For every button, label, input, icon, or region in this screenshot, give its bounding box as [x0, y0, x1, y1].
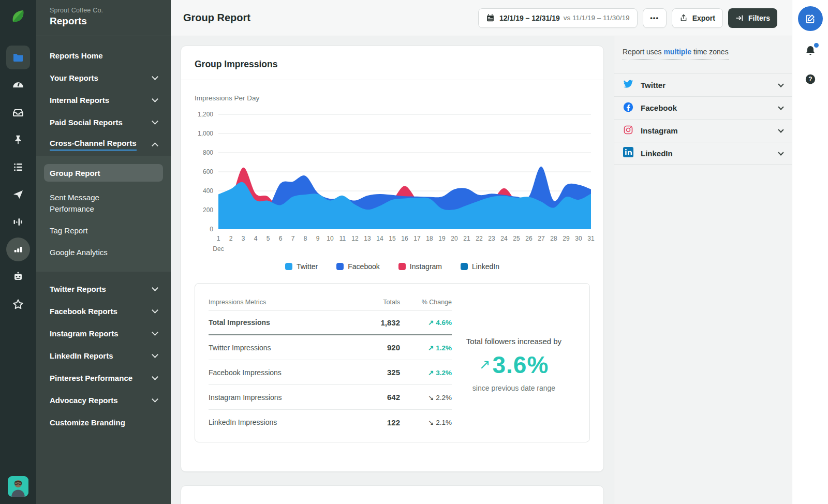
- sidebar-item-your-reports[interactable]: Your Reports: [36, 67, 171, 89]
- help-icon[interactable]: ?: [805, 73, 816, 87]
- dashboard-gauge-icon[interactable]: [6, 73, 30, 97]
- table-row-total-impressions: Total Impressions 1,832 ↗ 4.6%: [209, 310, 452, 335]
- svg-text:29: 29: [563, 235, 570, 242]
- sidebar-item-advocacy-reports[interactable]: Advocacy Reports: [36, 389, 171, 411]
- svg-text:27: 27: [538, 235, 545, 242]
- sidebar-item-customize-branding[interactable]: Customize Branding: [36, 411, 171, 434]
- network-reports-list: Twitter Reports Facebook Reports Instagr…: [36, 272, 171, 434]
- impressions-metrics-box: Impressions Metrics Totals % Change Tota…: [195, 283, 590, 442]
- network-filter-panel: Report uses multiple time zones Twitter …: [614, 36, 792, 504]
- svg-text:14: 14: [376, 235, 383, 242]
- report-header: Group Report 12/1/19 – 12/31/19 vs 11/1/…: [171, 0, 792, 36]
- sidebar-item-reports-home[interactable]: Reports Home: [36, 45, 171, 67]
- svg-text:15: 15: [389, 235, 396, 242]
- sidebar-item-internal-reports[interactable]: Internal Reports: [36, 89, 171, 111]
- next-report-card: [181, 485, 604, 504]
- star-icon[interactable]: [6, 292, 30, 316]
- impressions-chart: 02004006008001,0001,20012345678910111213…: [181, 102, 603, 259]
- right-icon-rail: ?: [792, 0, 828, 504]
- chevron-down-icon: [152, 396, 158, 403]
- date-range-button[interactable]: 12/1/19 – 12/31/19 vs 11/1/19 – 11/30/19: [478, 8, 638, 28]
- notification-badge: [814, 43, 819, 48]
- more-options-button[interactable]: •••: [643, 8, 667, 28]
- twitter-swatch: [285, 263, 292, 270]
- sidebar-item-instagram-reports[interactable]: Instagram Reports: [36, 322, 171, 345]
- sidebar-item-linkedin-reports[interactable]: LinkedIn Reports: [36, 345, 171, 367]
- svg-text:200: 200: [203, 206, 213, 214]
- table-row-linkedin-impressions: LinkedIn Impressions 122 ↘ 2.1%: [209, 410, 452, 435]
- legend-linkedin[interactable]: LinkedIn: [461, 262, 499, 271]
- svg-text:5: 5: [267, 235, 270, 242]
- sprout-logo-icon[interactable]: [8, 7, 28, 27]
- change-up-badge: ↗ 3.2%: [400, 368, 452, 377]
- left-icon-rail: [0, 0, 36, 504]
- panel-row-facebook[interactable]: Facebook: [614, 96, 792, 119]
- sidebar-item-tag-report[interactable]: Tag Report: [36, 220, 171, 242]
- sidebar-item-sent-message-performance[interactable]: Sent Message Performance: [36, 187, 171, 220]
- header-actions: 12/1/19 – 12/31/19 vs 11/1/19 – 11/30/19…: [478, 8, 777, 28]
- svg-text:26: 26: [525, 235, 533, 242]
- facebook-swatch: [336, 263, 344, 270]
- chevron-up-icon: [152, 142, 158, 149]
- sidebar-item-google-analytics[interactable]: Google Analytics: [36, 242, 171, 263]
- chevron-down-icon: [778, 104, 783, 110]
- timezone-link[interactable]: multiple: [663, 48, 691, 56]
- svg-text:12: 12: [351, 235, 359, 242]
- sidenav-list: Reports Home Your Reports Internal Repor…: [36, 36, 171, 434]
- svg-text:31: 31: [587, 235, 595, 242]
- sidebar-item-twitter-reports[interactable]: Twitter Reports: [36, 278, 171, 300]
- linkedin-swatch: [461, 263, 468, 270]
- legend-instagram[interactable]: Instagram: [398, 262, 442, 271]
- svg-text:400: 400: [203, 187, 213, 195]
- compose-button[interactable]: [798, 6, 823, 31]
- sidebar-item-group-report[interactable]: Group Report: [44, 164, 163, 182]
- reports-folder-icon[interactable]: [6, 46, 30, 69]
- sidebar-item-cross-channel-reports[interactable]: Cross-Channel Reports: [36, 134, 171, 156]
- app-root: Sprout Coffee Co. Reports Reports Home Y…: [0, 0, 828, 504]
- sidebar-item-facebook-reports[interactable]: Facebook Reports: [36, 300, 171, 322]
- twitter-icon: [623, 80, 633, 91]
- notifications-bell-icon[interactable]: [804, 45, 817, 59]
- main-area: Group Report 12/1/19 – 12/31/19 vs 11/1/…: [171, 0, 792, 504]
- export-button[interactable]: Export: [672, 8, 723, 28]
- user-avatar[interactable]: [8, 476, 28, 497]
- chevron-down-icon: [152, 73, 158, 80]
- sidebar-item-pinterest-performance[interactable]: Pinterest Performance: [36, 367, 171, 389]
- panel-row-linkedin[interactable]: LinkedIn: [614, 142, 792, 165]
- reports-sidenav: Sprout Coffee Co. Reports Reports Home Y…: [36, 0, 171, 504]
- chevron-down-icon: [152, 329, 158, 336]
- table-row-twitter-impressions: Twitter Impressions 920 ↗ 1.2%: [209, 335, 452, 360]
- svg-text:11: 11: [339, 235, 346, 242]
- bot-icon[interactable]: [6, 265, 30, 289]
- legend-twitter[interactable]: Twitter: [285, 262, 318, 271]
- svg-text:600: 600: [203, 168, 213, 175]
- table-row-facebook-impressions: Facebook Impressions 325 ↗ 3.2%: [209, 360, 452, 385]
- publishing-paper-plane-icon[interactable]: [6, 183, 30, 206]
- feeds-list-icon[interactable]: [6, 155, 30, 179]
- chevron-down-icon: [152, 351, 158, 358]
- sidenav-title: Reports: [50, 16, 157, 27]
- chevron-down-icon: [152, 118, 158, 125]
- page-title: Group Report: [183, 12, 250, 24]
- inbox-icon[interactable]: [6, 100, 30, 124]
- svg-text:9: 9: [316, 235, 320, 242]
- svg-text:20: 20: [451, 235, 458, 242]
- sidebar-item-paid-social-reports[interactable]: Paid Social Reports: [36, 111, 171, 134]
- svg-text:1,200: 1,200: [198, 111, 213, 118]
- reports-bar-chart-icon[interactable]: [6, 238, 30, 261]
- followers-percent: ↗ 3.6%: [479, 351, 549, 379]
- ellipsis-icon: •••: [650, 14, 659, 22]
- chevron-down-icon: [152, 96, 158, 102]
- listening-waveform-icon[interactable]: [6, 210, 30, 234]
- compare-range-value: vs 11/1/19 – 11/30/19: [564, 14, 630, 22]
- pin-icon[interactable]: [6, 128, 30, 152]
- svg-text:13: 13: [364, 235, 371, 242]
- svg-text:3: 3: [242, 235, 245, 242]
- legend-facebook[interactable]: Facebook: [336, 262, 379, 271]
- panel-row-instagram[interactable]: Instagram: [614, 119, 792, 142]
- filters-button[interactable]: Filters: [728, 8, 777, 28]
- panel-row-twitter[interactable]: Twitter: [614, 73, 792, 96]
- svg-text:16: 16: [401, 235, 408, 242]
- svg-text:1,000: 1,000: [198, 130, 213, 137]
- area-chart-svg: 02004006008001,0001,20012345678910111213…: [186, 106, 595, 257]
